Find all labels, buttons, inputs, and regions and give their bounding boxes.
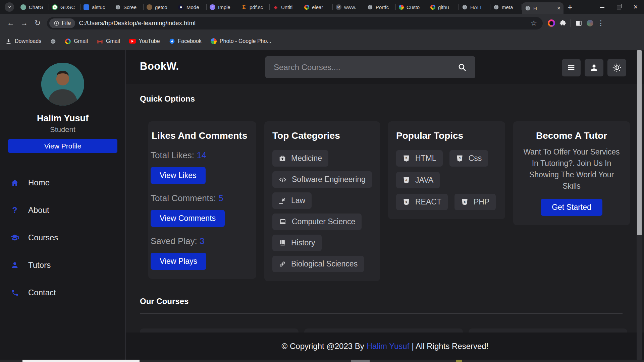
browser-tab[interactable]: Epdf.sc (238, 0, 270, 14)
card-title: Top Categories (272, 130, 372, 141)
topic-chip[interactable]: 5REACT (396, 194, 448, 210)
menu-button[interactable] (562, 59, 581, 76)
theme-button[interactable] (607, 59, 626, 76)
footer-text: | All Rights Reserved! (412, 342, 488, 351)
question-icon: ? (12, 205, 17, 215)
bookmark-item[interactable]: Downloads (5, 38, 41, 45)
topic-chip[interactable]: 3Css (449, 150, 488, 167)
browser-tab[interactable]: Custo (396, 0, 427, 14)
category-chip[interactable]: History (272, 235, 322, 251)
profile-avatar-icon[interactable] (587, 20, 593, 26)
shield-icon: J (402, 176, 410, 184)
reload-button[interactable]: ↻ (31, 16, 44, 30)
new-tab-button[interactable]: + (568, 3, 573, 11)
maximize-button[interactable] (610, 0, 627, 14)
topic-chip[interactable]: 5PHP (454, 194, 496, 210)
sidebar-item-contact[interactable]: Contact (0, 279, 125, 306)
browser-tab[interactable]: AMode (175, 0, 207, 14)
topic-label: PHP (474, 197, 489, 206)
view-profile-button[interactable]: View Profile (8, 139, 117, 153)
tab-close-icon[interactable]: × (557, 5, 560, 12)
browser-tab[interactable]: ◆Untitl (270, 0, 301, 14)
search-bar[interactable]: Search Courses.... (265, 56, 475, 78)
course-card[interactable]: Khalid Suleiman (469, 328, 627, 333)
aistudio-favicon (84, 4, 89, 10)
view-plays-button[interactable]: View Plays (151, 253, 206, 270)
bookmark-star-icon[interactable]: ☆ (531, 19, 537, 27)
theme-icon (612, 63, 622, 72)
laptop-icon (279, 218, 287, 226)
side-panel-icon[interactable] (575, 19, 583, 27)
browser-menu-icon[interactable]: ⋮ (597, 19, 604, 27)
active-tab[interactable]: H× (522, 2, 564, 14)
bookmark-item[interactable]: Gmail (65, 38, 88, 44)
bookmark-item[interactable]: Facebook (169, 38, 202, 44)
shield-icon: 5 (402, 155, 410, 162)
bookmark-label: Facebook (178, 38, 202, 44)
user-button[interactable] (585, 59, 603, 76)
browser-tab[interactable]: elear (301, 0, 333, 14)
vertical-scrollbar-thumb[interactable] (637, 50, 642, 235)
category-chip[interactable]: Software Engineering (272, 171, 372, 188)
footer-text: © Copyright @2023 By (282, 342, 364, 351)
file-chip[interactable]: File (49, 18, 75, 28)
globe-icon (493, 4, 499, 10)
footer-author-link[interactable]: Halim Yusuf (367, 342, 410, 351)
view-comments-button[interactable]: View Comments (151, 210, 225, 227)
sidebar-item-about[interactable]: ?About (0, 196, 125, 224)
topic-chip[interactable]: 5HTML (396, 150, 443, 167)
category-chip[interactable]: Medicine (272, 150, 328, 167)
course-card[interactable]: Mrs Ladipo Temitope (304, 328, 463, 333)
topic-chip[interactable]: JJAVA (396, 172, 440, 188)
browser-toolbar: ← → ↻ File C:/Users/hp/Desktop/e-learnin… (0, 14, 644, 32)
bookmark-item[interactable] (50, 39, 56, 44)
course-card[interactable]: Mr Olatunji (140, 328, 299, 333)
become-tutor-card: Become A Tutor Want To Offer Your Servic… (513, 121, 630, 225)
extensions-puzzle-icon[interactable] (559, 19, 567, 27)
search-icon[interactable] (458, 63, 467, 72)
bookmark-item[interactable]: YouTube (129, 38, 160, 44)
browser-tab[interactable]: getco (144, 0, 175, 14)
sidebar-item-courses[interactable]: Courses (0, 224, 125, 251)
close-button[interactable]: × (627, 0, 644, 14)
browser-tab[interactable]: Portfc (364, 0, 396, 14)
bookmark-item[interactable]: Photo - Google Pho... (211, 38, 271, 44)
category-chip[interactable]: Biological Sciences (272, 256, 364, 272)
back-button[interactable]: ← (4, 16, 17, 30)
browser-tab[interactable]: meta (490, 0, 522, 14)
forward-button[interactable]: → (17, 16, 31, 30)
browser-tab[interactable]: ChatG (17, 0, 49, 14)
get-started-button[interactable]: Get Started (541, 199, 602, 216)
browser-tab[interactable]: HALI (459, 0, 490, 14)
horizontal-scrollbar-thumb[interactable] (22, 360, 140, 362)
stat-label: Total Likes: (151, 150, 194, 160)
category-chip[interactable]: Computer Science (272, 214, 362, 230)
extension-ring-icon[interactable] (548, 19, 555, 27)
tab-search-button[interactable] (5, 2, 14, 12)
svg-text:J: J (406, 178, 407, 182)
browser-tab[interactable]: Scree (112, 0, 144, 14)
sidebar-item-home[interactable]: Home (0, 169, 125, 196)
svg-text:5: 5 (464, 200, 466, 203)
bookmark-label: Downloads (15, 38, 41, 44)
bookmark-label: Gmail (74, 38, 88, 44)
address-bar[interactable]: File C:/Users/hp/Desktop/e-learning/inde… (47, 17, 543, 29)
mode-favicon: A (178, 4, 184, 10)
browser-tab[interactable]: aistuc (80, 0, 112, 14)
toolbar-icons: ⋮ (548, 19, 604, 27)
site-footer: © Copyright @2023 By Halim Yusuf | All R… (126, 333, 644, 360)
menu-icon (567, 63, 576, 72)
sidebar-item-tutors[interactable]: Tutors (0, 251, 125, 279)
view-likes-button[interactable]: View Likes (151, 167, 206, 184)
browser-tab[interactable]: Rwww. (333, 0, 364, 14)
browser-tab[interactable]: //Imple (207, 0, 238, 14)
category-chip[interactable]: Law (272, 192, 312, 209)
minimize-button[interactable] (594, 0, 610, 14)
search-input[interactable]: Search Courses.... (274, 63, 458, 72)
google-favicon (430, 5, 435, 10)
bookmark-item[interactable]: Gmail (97, 38, 120, 44)
browser-tab[interactable]: githu (427, 0, 459, 14)
vertical-scrollbar[interactable] (637, 50, 642, 360)
horizontal-scrollbar[interactable] (0, 360, 644, 362)
browser-tab[interactable]: +GDSC (49, 0, 80, 14)
